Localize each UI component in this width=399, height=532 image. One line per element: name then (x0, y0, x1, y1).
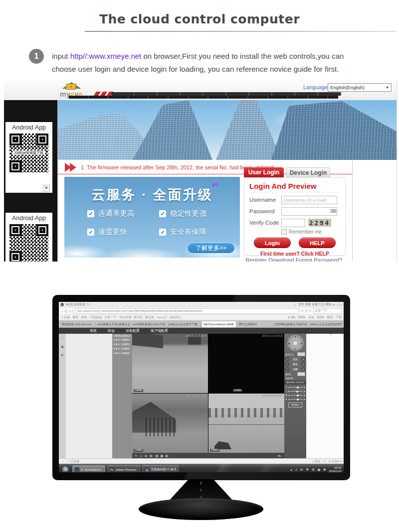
taskbar-item[interactable]: Ps Adobe Photosh.. (107, 465, 140, 472)
first-time-help-link[interactable]: First time user? Click HELP (244, 251, 345, 257)
ptz-preset-input[interactable]: 1 (297, 372, 305, 376)
slider-left-arrow[interactable]: ◀ (288, 390, 289, 393)
slider-thumb[interactable] (297, 395, 299, 397)
camera-tree-row[interactable]: ◉▣◉ CAM04 (112, 351, 132, 355)
ptz-dpad[interactable]: ▲ ▼ ◀ ▶ (287, 335, 304, 351)
slider-right-arrow[interactable]: ▶ (304, 390, 305, 393)
browser-tab[interactable]: NETSurveillance WEB (201, 321, 236, 327)
verify-code-field[interactable] (281, 219, 305, 227)
page-right-margin (306, 334, 344, 458)
arrow-down-icon[interactable]: ▼ (294, 348, 296, 351)
video-cell-cam04[interactable]: 2016-01-10 15:36:15 CAM04 (208, 394, 284, 453)
username-field[interactable]: Username Or e-mail (281, 196, 337, 204)
slider-track[interactable] (291, 387, 303, 388)
slider-track[interactable] (291, 399, 303, 399)
slider-right-arrow[interactable]: ▶ (304, 394, 305, 397)
video-toolbar-icon[interactable]: ◧ (166, 454, 169, 457)
ptz-settings-tabs[interactable]: 颜色调整 | 其他设置 (284, 381, 306, 385)
browser-tab[interactable]: 网页全屏测试 (237, 321, 272, 327)
bookmarks-left[interactable]: ☆收藏 · 最爱 · 网易 · 天猫精选 · 百度一下 · 京东商城 · 爱淘宝… (61, 315, 285, 320)
speaker-icon[interactable]: ◄» (277, 454, 282, 457)
keyboard-icon[interactable]: ⌨ (330, 209, 337, 214)
machine-shape (214, 441, 231, 449)
slider-right-arrow[interactable]: ▶ (304, 386, 305, 389)
nav-icons[interactable]: ← C ○ ⌂ (60, 309, 73, 313)
side-strip-icon[interactable]: ☆ (61, 336, 64, 340)
slider-right-arrow[interactable]: ▶ (304, 398, 305, 400)
browser-tab[interactable]: [xMEye] 企业软件下载 (166, 321, 201, 327)
new-tab-button[interactable]: + (328, 332, 334, 336)
slider-left-arrow[interactable]: ◀ (288, 386, 290, 389)
video-toolbar-icon[interactable]: ✕ (135, 454, 137, 457)
search-box[interactable]: 百度一下 (313, 308, 342, 314)
minus-button[interactable]: − (285, 357, 289, 361)
device-tree-root[interactable]: ▾ NetSurveillance (112, 335, 132, 337)
video-toolbar-icon[interactable]: ◻ (140, 454, 142, 457)
arrow-right-icon[interactable]: ▶ (301, 342, 302, 344)
browser-tab[interactable]: 安防网络摄像头升级手机监控 (272, 321, 307, 327)
app-nav-item[interactable]: 回放 (108, 328, 115, 333)
side-strip-icon[interactable]: ◉ (61, 345, 64, 349)
taskbar-item[interactable]: ◔ N..Surveillance.. (72, 465, 105, 472)
plus-button[interactable]: + (301, 357, 305, 361)
ptz-step-input[interactable]: 5 (297, 352, 305, 356)
arrow-up-icon[interactable]: ▲ (294, 335, 296, 338)
taskbar-item[interactable]: ▤ 无线路由器2个会话 (142, 465, 179, 472)
browser-tab[interactable]: 网易邮箱-163mail.com (60, 321, 95, 327)
video-cell-cam02[interactable]: 2016-01-10 15:36:15 CAM02 (208, 334, 284, 393)
app-nav-item[interactable]: 设备配置 (126, 328, 140, 333)
arrow-left-icon[interactable]: ◀ (288, 342, 290, 344)
language-select[interactable]: English(English)▼ (328, 83, 392, 92)
login-button[interactable]: Login (254, 238, 291, 248)
plus-button[interactable]: + (301, 367, 305, 371)
slider-thumb[interactable] (297, 399, 299, 400)
video-cell-cam01[interactable]: 2016-01-10 15:36:15 CAM01 (132, 334, 208, 393)
minus-button[interactable]: − (285, 367, 289, 371)
addressbar-badges[interactable]: ☆ ⇩ ✓ (301, 309, 312, 313)
remember-me-checkbox[interactable] (281, 229, 287, 235)
tab-user-login[interactable]: User Login (244, 167, 284, 177)
tab-device-login[interactable]: Device Login (286, 167, 330, 177)
minus-button[interactable]: − (285, 362, 289, 366)
browser-tab[interactable]: a&d摄像头升级-摄像头监控 (95, 321, 130, 327)
slider-thumb[interactable] (296, 391, 298, 393)
browser-tab[interactable]: aHD网络摄像头ADV升级说明 (131, 321, 166, 327)
bookmarks-right[interactable]: 扩展▾ · 网银▾ · 登录 · 截图▾ · 翻译 · 下载 (288, 315, 342, 320)
browser-tab[interactable]: xMEye云认证使用说明书1 1 (308, 321, 343, 327)
window-controls[interactable]: ▾ – □ × (333, 303, 342, 306)
app-nav-item[interactable]: 客户端配置 (151, 328, 168, 333)
status-plus[interactable]: ＋ (61, 459, 64, 464)
ptz-reset-button[interactable]: 恢复默认 (288, 402, 302, 407)
slider-left-arrow[interactable]: ◀ (288, 398, 290, 400)
url-field[interactable]: http://www.xmeye.net/video/index.jsp?mac… (75, 308, 299, 314)
video-cell-cam03[interactable]: 2016-01-10 15:36:15 CAM03 (132, 394, 208, 453)
slider-track[interactable] (291, 395, 303, 396)
cloud-service-banner: 云服务 · 全面升级 in ✓ 连通率更高 ✓ (64, 177, 240, 258)
video-toolbar-icon[interactable]: ▦ (160, 454, 163, 457)
slider-track[interactable] (290, 391, 303, 392)
slider-thumb[interactable] (297, 387, 299, 389)
video-toolbar-icon[interactable]: ⊞ (145, 454, 147, 457)
slider-left-arrow[interactable]: ◀ (288, 394, 290, 397)
plus-button[interactable]: + (301, 362, 305, 366)
browser-menu[interactable]: 》 文件 查看 收藏 工具 帮助 (294, 302, 331, 307)
password-field[interactable] (281, 207, 337, 216)
status-right-text[interactable]: ✓安全 · ⇩ · ⊕ 100% ▾ (312, 459, 342, 464)
qr-close-button[interactable]: × (43, 185, 50, 192)
video-toolbar-icon[interactable]: ◨ (155, 454, 158, 457)
video-toolbar-icon[interactable]: ▤ (150, 454, 153, 457)
help-button[interactable]: HELP (299, 238, 336, 248)
app-nav-item[interactable]: 预览 (90, 328, 97, 333)
tray-icons[interactable]: ▴ ♫ ✉ ⚑ ⚙ ◉ ✚ (290, 468, 327, 472)
ptz-center-knob[interactable] (292, 340, 299, 346)
xmeye-link[interactable]: http//:www.xmeye.net (70, 52, 142, 60)
login-footer-links[interactable]: Register Download Forgot Password? (224, 257, 364, 262)
camera-tree-row[interactable]: ◉▣◉ CAM02 (112, 342, 132, 346)
taskbar-clock[interactable]: 15:42 2016/1/10 (329, 466, 341, 472)
camera-tree-row[interactable]: ◉▣◉ CAM03 (112, 346, 132, 351)
side-strip-icon[interactable]: ⊕ (61, 353, 64, 357)
camera-tree-row[interactable]: ◉▣◉ CAM01 (112, 337, 132, 342)
start-button[interactable]: ⊞ (61, 465, 70, 473)
learn-more-button[interactable]: 了解更多>> (187, 243, 235, 254)
captcha-image[interactable]: 2294 (308, 219, 331, 227)
